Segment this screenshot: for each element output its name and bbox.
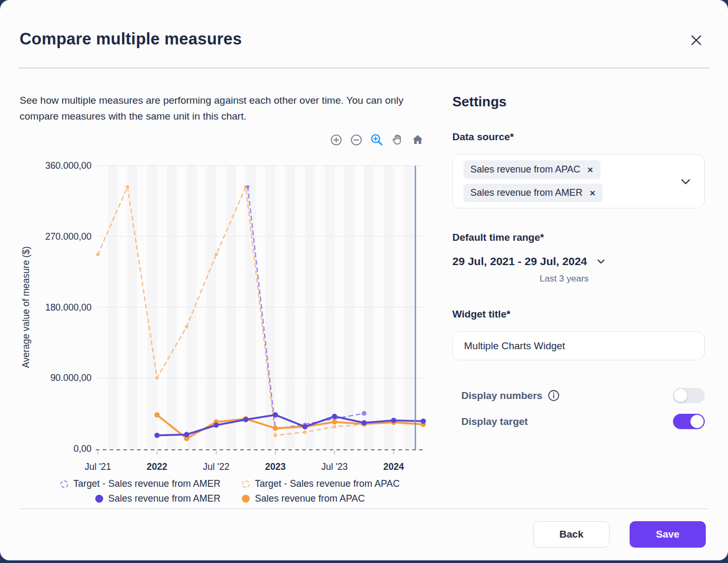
widget-title-label: Widget title*: [452, 308, 705, 320]
display-numbers-toggle[interactable]: [673, 388, 705, 403]
chip-label: Sales revenue from APAC: [470, 164, 580, 175]
chart-legend: Target - Sales revenue from AMER Target …: [20, 478, 440, 504]
data-source-chip[interactable]: Sales revenue from APAC ✕: [463, 160, 600, 179]
svg-text:0,00: 0,00: [74, 443, 92, 454]
amer-marker-icon: [95, 495, 103, 503]
zoom-out-icon: [350, 133, 363, 147]
svg-text:90.000,00: 90.000,00: [50, 373, 92, 383]
legend-item-apac[interactable]: Sales revenue from APAC: [242, 493, 365, 504]
time-range-select[interactable]: 29 Jul, 2021 - 29 Jul, 2024: [452, 255, 705, 268]
time-range-group: Default time range* 29 Jul, 2021 - 29 Ju…: [452, 232, 705, 284]
zoom-in-icon: [330, 133, 343, 147]
pan-button[interactable]: [390, 132, 405, 148]
reset-view-button[interactable]: [410, 132, 425, 148]
svg-text:2024: 2024: [384, 461, 404, 472]
svg-text:360.000,00: 360.000,00: [45, 160, 92, 171]
widget-title-input[interactable]: [452, 331, 705, 360]
zoom-in-button[interactable]: [329, 132, 344, 148]
display-target-toggle[interactable]: [673, 414, 705, 429]
chip-label: Sales revenue from AMER: [470, 187, 583, 198]
time-range-label: Default time range*: [452, 232, 705, 243]
zoom-out-button[interactable]: [349, 132, 364, 148]
close-button[interactable]: [687, 31, 706, 51]
svg-text:Jul '21: Jul '21: [85, 461, 111, 472]
legend-item-target-apac[interactable]: Target - Sales revenue from APAC: [242, 478, 400, 489]
time-range-value: 29 Jul, 2021 - 29 Jul, 2024: [452, 255, 587, 268]
info-icon[interactable]: [548, 389, 560, 402]
svg-text:2022: 2022: [147, 461, 167, 472]
display-numbers-label: Display numbers: [461, 390, 542, 402]
target-apac-marker-icon: [242, 480, 250, 488]
legend-item-amer[interactable]: Sales revenue from AMER: [95, 493, 221, 504]
svg-text:180.000,00: 180.000,00: [45, 302, 92, 313]
chevron-down-icon: [596, 256, 606, 267]
display-target-label: Display target: [461, 416, 528, 428]
settings-panel: Settings Data source* Sales revenue from…: [440, 93, 705, 508]
hand-pan-icon: [391, 133, 404, 147]
svg-text:270.000,00: 270.000,00: [45, 231, 92, 242]
toggle-section: Display numbers Display target: [452, 388, 705, 429]
home-icon: [411, 133, 424, 147]
comparison-line-chart[interactable]: 0,0090.000,00180.000,00270.000,00360.000…: [20, 150, 430, 474]
modal-header: Compare multiple measures: [0, 0, 728, 51]
svg-text:Jul '23: Jul '23: [321, 461, 348, 472]
chart-panel: See how multiple measures are performing…: [20, 93, 440, 508]
close-icon: [689, 33, 704, 48]
modal-footer: Back Save: [19, 508, 709, 560]
display-target-row: Display target: [452, 414, 705, 429]
back-button[interactable]: Back: [533, 521, 609, 548]
legend-item-target-amer[interactable]: Target - Sales revenue from AMER: [60, 478, 221, 489]
compare-measures-modal: Compare multiple measures See how multip…: [0, 0, 728, 560]
svg-text:Jul '22: Jul '22: [203, 461, 230, 472]
box-zoom-button[interactable]: [369, 132, 385, 148]
display-numbers-row: Display numbers: [452, 388, 705, 403]
save-button[interactable]: Save: [630, 521, 706, 548]
time-range-hint: Last 3 years: [540, 274, 705, 284]
chart-toolbar: [20, 132, 425, 148]
svg-text:2023: 2023: [265, 461, 286, 472]
legend-label: Target - Sales revenue from APAC: [255, 478, 400, 489]
modal-content: See how multiple measures are performing…: [0, 68, 728, 508]
data-source-label: Data source*: [452, 131, 705, 143]
chevron-down-icon[interactable]: [679, 175, 693, 188]
legend-label: Sales revenue from APAC: [255, 493, 365, 504]
widget-title-group: Widget title*: [452, 308, 705, 360]
data-source-select[interactable]: Sales revenue from APAC ✕ Sales revenue …: [452, 154, 705, 208]
legend-label: Target - Sales revenue from AMER: [74, 478, 221, 489]
settings-heading: Settings: [452, 94, 705, 110]
remove-chip-icon[interactable]: ✕: [589, 189, 596, 197]
page-title: Compare multiple measures: [20, 30, 242, 49]
description-text: See how multiple measures are performing…: [20, 93, 439, 124]
magnifier-plus-icon: [370, 133, 384, 147]
remove-chip-icon[interactable]: ✕: [587, 166, 594, 174]
chart-container: 0,0090.000,00180.000,00270.000,00360.000…: [20, 150, 440, 476]
data-source-chip[interactable]: Sales revenue from AMER ✕: [463, 184, 603, 202]
target-amer-marker-icon: [60, 480, 68, 488]
apac-marker-icon: [242, 495, 250, 503]
data-source-group: Data source* Sales revenue from APAC ✕ S…: [452, 131, 705, 208]
svg-text:Average value of measure ($): Average value of measure ($): [21, 246, 31, 368]
legend-label: Sales revenue from AMER: [108, 493, 221, 504]
